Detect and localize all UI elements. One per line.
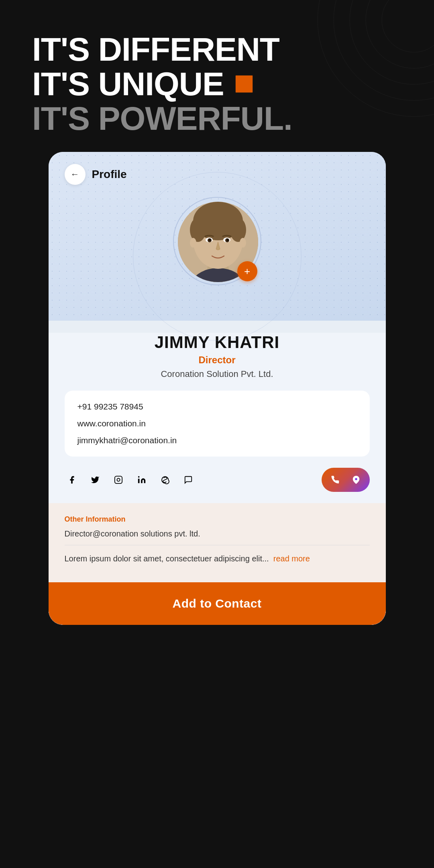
social-icons — [65, 473, 196, 487]
page-title: Profile — [92, 168, 127, 181]
website: www.coronation.in — [77, 419, 357, 428]
hero-line-1: IT'S DIFFERENT — [32, 32, 410, 67]
hero-section: IT'S DIFFERENT IT'S UNIQUE IT'S POWERFUL… — [0, 0, 434, 152]
call-button[interactable] — [326, 471, 344, 489]
divider — [65, 545, 370, 545]
card-top: ← Profile — [49, 152, 386, 321]
svg-point-17 — [227, 239, 228, 241]
other-info-label: Other Information — [65, 515, 370, 524]
skype-icon[interactable] — [158, 473, 172, 487]
other-info-title: Director@coronation solutions pvt. ltd. — [65, 529, 370, 538]
phone-number: +91 99235 78945 — [77, 402, 357, 411]
chat-icon[interactable] — [181, 473, 196, 487]
read-more-link[interactable]: read more — [273, 554, 310, 563]
twitter-icon[interactable] — [88, 473, 102, 487]
hero-line-3: IT'S POWERFUL. — [32, 101, 410, 136]
svg-point-19 — [240, 238, 246, 248]
add-photo-button[interactable]: + — [237, 261, 257, 281]
other-info-text: Lorem ipsum dolor sit amet, consectetuer… — [65, 553, 370, 565]
card-body: JIMMY KHATRI Director Coronation Solutio… — [49, 333, 386, 625]
add-to-contact-button[interactable]: Add to Contact — [49, 582, 386, 625]
instagram-icon[interactable] — [111, 473, 126, 487]
hero-line-2: IT'S UNIQUE — [32, 67, 410, 101]
social-row — [65, 468, 370, 492]
user-role: Director — [65, 354, 370, 366]
diamond-icon — [227, 67, 261, 101]
svg-point-16 — [209, 239, 211, 241]
linkedin-icon[interactable] — [134, 473, 149, 487]
card-header: ← Profile — [65, 164, 370, 185]
svg-point-18 — [190, 238, 196, 248]
facebook-icon[interactable] — [65, 473, 79, 487]
location-button[interactable] — [347, 471, 365, 489]
svg-rect-22 — [138, 479, 139, 483]
back-button[interactable]: ← — [65, 164, 86, 185]
back-arrow-icon: ← — [71, 169, 79, 180]
svg-point-24 — [355, 478, 357, 481]
profile-card: ← Profile — [49, 152, 386, 625]
contact-info-card: +91 99235 78945 www.coronation.in jimmyk… — [65, 391, 370, 457]
user-company: Coronation Solution Pvt. Ltd. — [65, 369, 370, 379]
avatar-ring: + — [173, 197, 261, 285]
email: jimmykhatri@coronation.in — [77, 436, 357, 445]
svg-rect-20 — [114, 476, 122, 483]
svg-point-23 — [138, 476, 139, 478]
user-name: JIMMY KHATRI — [65, 333, 370, 352]
avatar-container: + — [65, 197, 370, 285]
action-buttons — [322, 468, 370, 492]
